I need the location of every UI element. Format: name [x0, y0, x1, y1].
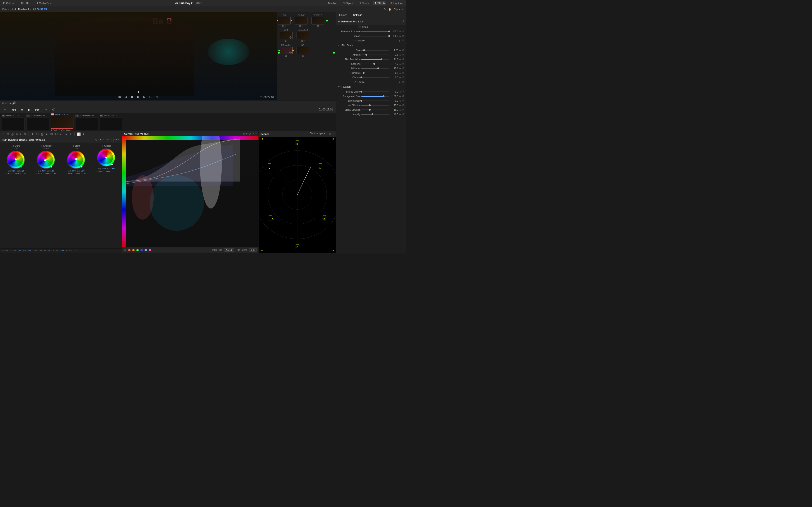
- film-resolution-slider[interactable]: [361, 59, 389, 60]
- midtones-reset[interactable]: ↺: [402, 67, 404, 70]
- timeline-btn[interactable]: ≡ Timeline: [324, 1, 339, 5]
- gallery-btn[interactable]: ⊞ Gallery: [2, 1, 15, 5]
- shadows-reset[interactable]: ↺: [402, 62, 404, 65]
- viewer-play[interactable]: ▶: [137, 95, 140, 99]
- wheel-settings-icon[interactable]: ⊕: [115, 138, 117, 142]
- global-diffusion-slider[interactable]: [361, 110, 389, 110]
- clip-item-01[interactable]: 01 00:00:00:00 V1: [2, 115, 24, 130]
- wheel-mode-circle-1[interactable]: ○: [98, 138, 99, 142]
- clips-btn[interactable]: ⊟ Clips ▾: [341, 1, 355, 5]
- luts-btn[interactable]: ▦ LUTs: [19, 1, 31, 5]
- wheel-global-control[interactable]: [97, 149, 115, 167]
- curves-pen-tool[interactable]: ✏: [124, 248, 126, 252]
- viewer-stop[interactable]: ■: [131, 95, 133, 99]
- wheel-more-icon[interactable]: ···: [118, 138, 120, 142]
- color-tool-info[interactable]: ℹ: [82, 132, 85, 136]
- global-diffusion-reset[interactable]: ↺: [402, 108, 404, 111]
- wheel-mode-circle-4[interactable]: ○: [105, 138, 106, 142]
- color-tool-chart[interactable]: 📊: [77, 132, 81, 136]
- curves-dot-magenta[interactable]: [149, 249, 151, 251]
- impact-slider[interactable]: [361, 36, 389, 37]
- enable-keyframe-2[interactable]: ◆: [399, 81, 401, 83]
- chroma-slider[interactable]: [361, 77, 389, 78]
- source-limiter-keyframe[interactable]: ◆: [399, 91, 401, 93]
- wheel-global-luma[interactable]: [111, 164, 113, 165]
- grade-tool-icon[interactable]: ✏: [2, 101, 4, 105]
- curves-more[interactable]: ···: [255, 132, 257, 135]
- node-wheels[interactable]: [311, 17, 324, 24]
- amplify-keyframe[interactable]: ◆: [399, 113, 401, 116]
- background-gain-reset[interactable]: ↺: [402, 95, 404, 98]
- color-tool-vectors[interactable]: ⬡: [35, 132, 39, 136]
- impact-reset[interactable]: ↺: [402, 35, 404, 38]
- size-reset[interactable]: ↺: [402, 49, 404, 52]
- nodes-btn[interactable]: ⬡ Nodes: [357, 1, 370, 5]
- color-tool-motion[interactable]: ✦: [31, 132, 35, 136]
- input-hue-value[interactable]: 256.00: [224, 248, 234, 252]
- timeline-selector[interactable]: Timeline 1 ▾: [18, 8, 31, 11]
- wheel-light-dot[interactable]: [75, 158, 77, 160]
- local-diffusion-keyframe[interactable]: ◆: [399, 104, 401, 107]
- local-diffusion-reset[interactable]: ↺: [402, 104, 404, 107]
- local-diffusion-slider[interactable]: [361, 105, 389, 106]
- amount-reset[interactable]: ↺: [402, 53, 404, 56]
- color-tool-blur[interactable]: ⬖: [45, 132, 49, 136]
- node-curve[interactable]: [295, 17, 307, 24]
- scopes-tool-2[interactable]: ···: [332, 132, 334, 136]
- transport-step-forward[interactable]: ▶▶: [34, 107, 41, 112]
- film-resolution-keyframe[interactable]: ◆: [399, 58, 401, 61]
- color-tool-grid[interactable]: ⊞: [6, 132, 10, 136]
- hue-rotate-value[interactable]: 0.00: [249, 248, 257, 252]
- highlights-slider[interactable]: [361, 73, 389, 73]
- node-dehanc[interactable]: ⊙: [280, 47, 293, 54]
- color-tool-fx[interactable]: ✧: [69, 132, 72, 136]
- background-gain-slider[interactable]: [361, 96, 389, 97]
- wheel-dark-luma[interactable]: [21, 166, 22, 168]
- transport-loop[interactable]: ↺: [51, 107, 56, 112]
- halation-section[interactable]: ▼ Halation: [336, 84, 406, 90]
- clip-item-03[interactable]: 03 00:00:38:18 V1 ⬖ Apple ProRes 4444: [51, 113, 73, 131]
- wheel-dark-dot[interactable]: [15, 159, 16, 160]
- mediapool-btn[interactable]: 🎞 Media Pool: [34, 1, 53, 5]
- highlights-keyframe[interactable]: ◆: [399, 72, 401, 74]
- highlights-reset[interactable]: ↺: [402, 71, 404, 74]
- viewer-loop[interactable]: ↺: [156, 95, 159, 99]
- transport-step-back[interactable]: ◀◀: [10, 107, 17, 112]
- cursor-tool-icon[interactable]: ↖: [384, 7, 386, 11]
- background-gain-keyframe[interactable]: ◆: [399, 95, 401, 98]
- color-tool-curves[interactable]: ⌇: [19, 132, 22, 136]
- curves-tool-2[interactable]: ⊕: [246, 132, 248, 135]
- midtones-keyframe[interactable]: ◆: [399, 67, 401, 70]
- size-keyframe[interactable]: ◆: [399, 49, 401, 52]
- color-tool-undo[interactable]: ↩: [59, 132, 63, 136]
- hand-tool-icon[interactable]: ✋: [388, 7, 392, 11]
- clip-item-02[interactable]: 02 00:00:00:00 V1: [26, 115, 49, 130]
- viewer-step-back[interactable]: ◀: [125, 95, 127, 99]
- wheel-dark-reset[interactable]: ↺: [12, 145, 14, 147]
- curves-dot-blue[interactable]: [141, 249, 143, 251]
- scopes-tool-1[interactable]: ⊞: [329, 132, 331, 136]
- impact-keyframe[interactable]: ◆: [399, 35, 401, 37]
- color-tool-key[interactable]: ⊠: [50, 132, 53, 136]
- node-cc[interactable]: [278, 17, 291, 24]
- preserve-exposure-slider[interactable]: [361, 31, 389, 32]
- wheel-mode-left[interactable]: ◁: [95, 138, 97, 142]
- more-options-icon[interactable]: ···: [402, 8, 404, 11]
- viewer-step-forward[interactable]: ▶: [143, 95, 146, 99]
- wheel-mode-circle-3[interactable]: ○: [102, 138, 104, 142]
- undo-icon[interactable]: ↩: [5, 101, 8, 105]
- wheel-mode-circle-5[interactable]: ○: [107, 138, 109, 142]
- wheel-mode-right[interactable]: ▷: [110, 138, 111, 142]
- wheel-shadow-dot[interactable]: [44, 159, 46, 161]
- scopes-type-dropdown[interactable]: ▾: [324, 132, 325, 136]
- redo-icon[interactable]: ↪: [9, 101, 11, 105]
- wheel-shadow-luma[interactable]: [51, 166, 52, 168]
- curves-tool-4[interactable]: ↺: [252, 132, 254, 135]
- transport-play[interactable]: ▶: [27, 107, 31, 112]
- clip-thumb-05[interactable]: [100, 117, 122, 130]
- wheel-dark-control[interactable]: [7, 151, 25, 169]
- library-tab[interactable]: Library: [336, 12, 350, 18]
- wheel-mode-circle-2[interactable]: ●: [100, 138, 101, 142]
- node-nr[interactable]: [297, 47, 309, 54]
- color-tool-shapes[interactable]: ▧: [40, 132, 44, 136]
